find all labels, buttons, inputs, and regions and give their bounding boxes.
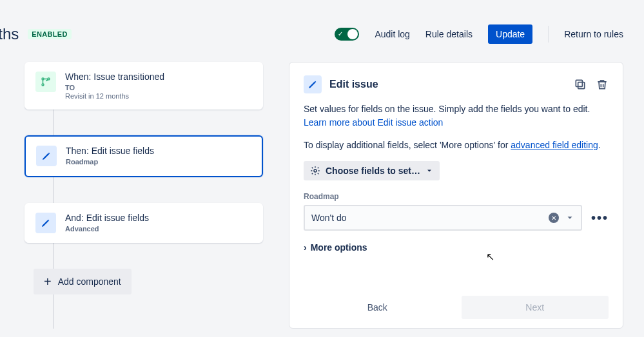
next-button: Next [462, 296, 609, 319]
roadmap-select[interactable]: Won't do ✕ [304, 205, 582, 231]
panel-title: Edit issue [329, 79, 378, 90]
rule-details-link[interactable]: Rule details [425, 29, 473, 39]
svg-rect-4 [576, 80, 582, 86]
svg-point-0 [42, 78, 44, 80]
toggle-knob [347, 29, 358, 39]
svg-rect-3 [578, 82, 585, 89]
add-component-label: Add component [58, 276, 121, 287]
rule-chain: When: Issue transitioned TO Revisit in 1… [24, 62, 263, 329]
action2-text: And: Edit issue fields Advanced [65, 213, 149, 233]
roadmap-select-value: Won't do [311, 213, 347, 223]
advanced-field-editing-link[interactable]: advanced field editing [511, 140, 598, 150]
roadmap-field-label: Roadmap [304, 192, 609, 201]
action2-field: Advanced [65, 224, 149, 233]
back-label: Back [367, 302, 387, 313]
enabled-badge: ENABLED [28, 29, 71, 39]
header-separator [548, 26, 549, 43]
desc2b-text: . [598, 140, 601, 150]
action-node-2[interactable]: And: Edit issue fields Advanced [24, 203, 263, 243]
add-component-button[interactable]: + Add component [34, 269, 132, 294]
chevron-right-icon: › [304, 242, 307, 253]
trigger-status: Revisit in 12 months [65, 92, 164, 100]
trigger-node[interactable]: When: Issue transitioned TO Revisit in 1… [24, 62, 263, 110]
roadmap-select-controls: ✕ [549, 213, 574, 223]
action1-field: Roadmap [66, 157, 154, 166]
page-header: iths ENABLED ✓ Audit log Rule details Up… [0, 0, 644, 50]
gear-icon [310, 166, 320, 176]
rule-enabled-toggle[interactable]: ✓ [335, 28, 359, 41]
desc1-text: Set values for fields on the issue. Simp… [304, 104, 590, 114]
branch-icon [35, 72, 56, 92]
learn-more-link[interactable]: Learn more about Edit issue action [304, 117, 443, 128]
panel-header-left: Edit issue [304, 75, 378, 93]
desc2a-text: To display additional fields, select 'Mo… [304, 140, 511, 150]
back-button[interactable]: Back [304, 296, 451, 319]
plus-icon: + [44, 275, 52, 288]
action-node-1[interactable]: Then: Edit issue fields Roadmap [24, 135, 263, 177]
header-left: iths ENABLED [0, 25, 72, 43]
trash-icon[interactable] [596, 78, 609, 91]
chevron-down-icon[interactable] [565, 213, 574, 222]
panel-header-actions [574, 78, 609, 91]
panel-footer: Back Next [304, 296, 609, 319]
copy-icon[interactable] [574, 78, 587, 91]
more-options-label: More options [311, 242, 367, 253]
panel-description-2: To display additional fields, select 'Mo… [304, 139, 609, 152]
return-to-rules-link[interactable]: Return to rules [564, 29, 623, 39]
trigger-title: When: Issue transitioned [65, 72, 164, 82]
svg-point-5 [314, 169, 317, 172]
roadmap-field-row: Won't do ✕ ••• [304, 205, 609, 231]
audit-log-link[interactable]: Audit log [375, 29, 409, 39]
panel-header: Edit issue [304, 75, 609, 93]
next-label: Next [525, 302, 544, 313]
check-icon: ✓ [338, 30, 343, 37]
pencil-icon [304, 75, 322, 93]
svg-point-1 [42, 84, 44, 86]
update-button[interactable]: Update [488, 24, 532, 44]
pencil-icon [36, 146, 57, 166]
pencil-icon [35, 213, 56, 233]
field-more-menu[interactable]: ••• [591, 211, 609, 226]
choose-fields-label: Choose fields to set… [326, 166, 420, 176]
more-options-toggle[interactable]: › More options [304, 242, 609, 253]
edit-issue-panel: Edit issue Set values for fields on the … [289, 62, 623, 329]
action1-text: Then: Edit issue fields Roadmap [66, 146, 154, 166]
trigger-text: When: Issue transitioned TO Revisit in 1… [65, 72, 164, 100]
body: When: Issue transitioned TO Revisit in 1… [0, 50, 644, 329]
panel-description-1: Set values for fields on the issue. Simp… [304, 102, 609, 130]
rule-title-fragment: iths [0, 25, 19, 43]
choose-fields-button[interactable]: Choose fields to set… [304, 161, 440, 180]
header-right: ✓ Audit log Rule details Update Return t… [335, 24, 623, 44]
clear-icon[interactable]: ✕ [549, 213, 559, 223]
trigger-to-label: TO [65, 83, 164, 92]
action1-title: Then: Edit issue fields [66, 146, 154, 156]
chevron-down-icon [425, 167, 433, 175]
action2-title: And: Edit issue fields [65, 213, 149, 223]
